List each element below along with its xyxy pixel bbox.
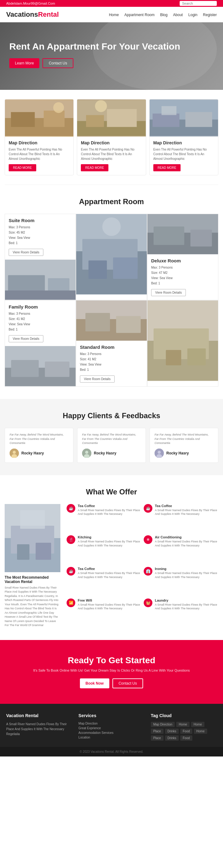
family-details-button[interactable]: Viere Room Details	[9, 335, 43, 342]
svg-rect-41	[166, 350, 181, 366]
room-suite-name: Suite Room	[9, 218, 72, 223]
tag-home-1[interactable]: Home	[176, 722, 190, 727]
nav-home[interactable]: Home	[109, 13, 119, 17]
card-desc-2: Even The All Powerful Pointing Has No Co…	[81, 147, 142, 161]
cta-desc: It's Safe To Book Online With Us! Get Yo…	[6, 669, 217, 672]
card-2: Map Direction Even The All Powerful Poin…	[77, 99, 146, 175]
book-now-button[interactable]: Book Now	[80, 678, 109, 688]
tag-place-1[interactable]: Place	[151, 728, 163, 734]
footer-link-location[interactable]: Location	[78, 736, 144, 739]
navbar: VacationsRental Home Appartment Room Blo…	[0, 7, 223, 22]
hero-title: Rent An Appartment For Your Vecation	[9, 41, 214, 52]
contact-us-hero-button[interactable]: Contact Us	[42, 58, 73, 68]
hero-buttons: Learn More Contact Us	[9, 58, 214, 68]
room-suite-info: Max: 3 Persons Size: 45 M2 View: Sea Vie…	[9, 225, 72, 246]
svg-rect-15	[161, 106, 176, 115]
room-extra-image	[147, 300, 218, 386]
tag-drinks-2[interactable]: Drinks	[165, 736, 179, 741]
nav-blog[interactable]: Blog	[160, 13, 167, 17]
footer-col-1: Vacation Rental A Small River Named Dude…	[6, 713, 72, 741]
avatar-1	[10, 448, 19, 458]
svg-point-50	[158, 451, 161, 454]
offer-main-image	[5, 504, 60, 572]
feedbacks-section: Happy Clients & Feedbacks Far Far Away, …	[0, 399, 223, 475]
svg-rect-14	[185, 112, 212, 127]
nav-register[interactable]: Register	[203, 13, 217, 17]
tag-home-3[interactable]: Home	[194, 728, 207, 734]
nav-appartment[interactable]: Appartment Room	[125, 13, 155, 17]
offer-img-title: The Most Recommended Vacation Rental	[5, 575, 60, 584]
service-kitchen: 🍴 Kitching A Small River Named Dudes Flo…	[67, 535, 141, 564]
service-wifi-text: Free Wifi A Small River Named Dudes Flow…	[78, 598, 141, 611]
svg-rect-57	[20, 510, 45, 529]
card-title-2: Map Direction	[81, 140, 142, 145]
avatar-2	[82, 448, 91, 458]
tag-drinks-1[interactable]: Drinks	[165, 728, 179, 734]
room-standard-body: Standard Room Max: 3 Persons Size: 41 M2…	[76, 341, 147, 386]
svg-rect-19	[5, 290, 75, 300]
read-more-btn-1[interactable]: READ MORE	[9, 164, 36, 171]
tea-coffee-icon-2: ☕	[144, 504, 152, 513]
deluxe-room-image	[148, 214, 218, 254]
footer-link-experience[interactable]: Great Exprience	[78, 726, 144, 730]
room-illustration-1	[5, 99, 73, 136]
service-wifi: 📶 Free Wifi A Small River Named Dudes Fl…	[67, 598, 141, 628]
svg-rect-37	[116, 316, 140, 333]
card-body-1: Map Direction Even The All Powerful Poin…	[5, 136, 73, 175]
room-deluxe: Deluxe Room Max: 3 Persons Size: 47 M2 V…	[147, 214, 218, 300]
feedback-card-1: Far Far Away, Behind The Word Mountains,…	[5, 428, 73, 463]
nav-login[interactable]: Login	[188, 13, 197, 17]
room-deluxe-name: Deluxe Room	[151, 258, 214, 263]
read-more-btn-3[interactable]: READ MORE	[153, 164, 181, 171]
room-center-featured	[76, 214, 147, 300]
feedback-text-3: Far Far Away, Behind The Word Mountains,…	[155, 433, 213, 445]
email-label: Abdelslam.Mour99@Gmail.Com	[6, 2, 55, 5]
tag-map-direction[interactable]: Map Direction	[151, 722, 175, 727]
wifi-icon: 📶	[67, 598, 75, 607]
service-tea-coffee-3-text: Tea Coffee A Small River Named Dudes Flo…	[78, 567, 141, 579]
service-tea-coffee-1: ☕ Tea Coffee A Small River Named Dudes F…	[67, 504, 141, 533]
footer-link-map[interactable]: Map Direction	[78, 722, 144, 725]
room-suite: Suite Room Max: 3 Persons Size: 45 M2 Vi…	[5, 214, 76, 300]
tag-home-2[interactable]: Home	[191, 722, 204, 727]
room-featured-image	[76, 214, 147, 294]
tag-food-2[interactable]: Food	[180, 736, 192, 741]
feedback-author-2: Rocky Hasry	[82, 448, 141, 458]
cta-title: Ready To Get Started	[6, 655, 217, 665]
service-tea-coffee-1-text: Tea Coffee A Small River Named Dudes Flo…	[78, 504, 141, 516]
deluxe-details-button[interactable]: Viere Room Details	[151, 289, 186, 296]
read-more-btn-2[interactable]: READ MORE	[81, 164, 108, 171]
svg-rect-36	[86, 313, 110, 331]
appartment-title: Appartment Room	[5, 197, 218, 206]
nav-about[interactable]: About	[173, 13, 183, 17]
tag-food-1[interactable]: Food	[180, 728, 192, 734]
search-input[interactable]	[180, 1, 217, 6]
laundry-icon: 🧺	[144, 598, 152, 607]
room-standard-info: Max: 3 Persons Size: 41 M2 View: Sea Vie…	[80, 351, 143, 372]
footer-bottom: © 2023 Vacations Rental. All Rights Rese…	[0, 747, 223, 756]
search-bar[interactable]	[180, 1, 217, 6]
offer-services-grid: ☕ Tea Coffee A Small River Named Dudes F…	[67, 504, 218, 628]
standard-details-button[interactable]: Viere Room Details	[80, 375, 115, 382]
contact-us-cta-button[interactable]: Contact Us	[113, 678, 143, 688]
author-name-1: Rocky Hasry	[21, 451, 44, 455]
learn-more-button[interactable]: Learn More	[9, 58, 39, 68]
extra-room-image	[148, 301, 218, 381]
tag-place-2[interactable]: Place	[151, 736, 163, 741]
cta-section: Ready To Get Started It's Safe To Book O…	[0, 640, 223, 704]
logo[interactable]: VacationsRental	[6, 10, 59, 19]
offer-layout: The Most Recommended Vacation Rental Sma…	[5, 504, 218, 628]
feedbacks-grid: Far Far Away, Behind The Word Mountains,…	[5, 428, 218, 463]
svg-point-47	[85, 451, 88, 454]
svg-point-10	[95, 100, 107, 112]
suite-details-button[interactable]: Viere Room Details	[9, 249, 43, 256]
feedback-card-2: Far Far Away, Behind The Word Mountains,…	[77, 428, 146, 463]
svg-rect-29	[190, 229, 212, 247]
svg-rect-28	[154, 226, 184, 245]
cards-section: Map Direction Even The All Powerful Poin…	[0, 90, 223, 185]
tag-cloud: Map Direction Home Home Place Drinks Foo…	[151, 722, 217, 741]
svg-rect-56	[36, 543, 51, 560]
card-title-1: Map Direction	[9, 140, 70, 145]
footer-link-accommodation[interactable]: Accommodation Services	[78, 731, 144, 735]
service-tea-coffee-3: ☕ Tea Coffee A Small River Named Dudes F…	[67, 567, 141, 596]
